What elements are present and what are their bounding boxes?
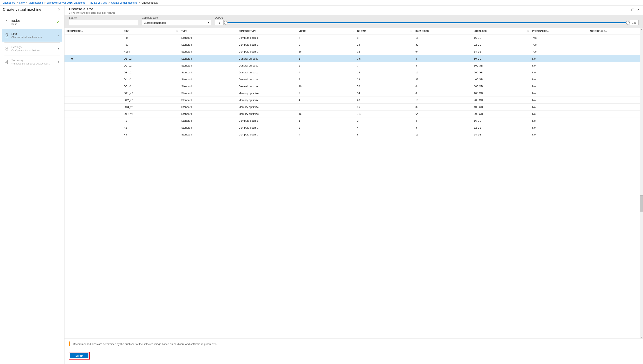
breadcrumb-link[interactable]: Marketplace — [28, 1, 43, 4]
column-header[interactable]: PREMIUM DIS...↑↓ — [530, 28, 588, 34]
breadcrumb-link[interactable]: Dashboard — [2, 1, 16, 4]
column-header[interactable]: RECOMMEND...↑↓ — [64, 28, 122, 34]
info-accent-bar — [69, 342, 70, 346]
table-cell: Yes — [530, 41, 588, 48]
table-cell: F4s — [122, 34, 179, 41]
table-cell: No — [530, 97, 588, 104]
table-row[interactable]: F4StandardCompute optimiz481664 GBNo — [64, 131, 640, 138]
scroll-up-icon[interactable]: ▴ — [641, 28, 642, 30]
table-cell: 800 GB — [472, 110, 530, 118]
table-cell: No — [530, 124, 588, 131]
table-cell: D14_v2 — [122, 110, 179, 118]
table-row[interactable]: D13_v2StandardMemory optimize85632400 GB… — [64, 104, 640, 110]
select-button[interactable]: Select — [70, 353, 88, 358]
slider-handle-max[interactable] — [626, 21, 630, 24]
vcpus-slider[interactable] — [225, 21, 628, 25]
table-cell: 200 GB — [472, 69, 530, 76]
compute-type-value: Current generation — [144, 21, 166, 24]
search-input[interactable] — [69, 20, 138, 25]
table-cell: 28 — [355, 76, 414, 83]
wizard-step-basics[interactable]: 1BasicsDone✓ — [2, 16, 62, 28]
column-header[interactable]: VCPUS↑↓ — [296, 28, 355, 34]
scroll-thumb[interactable] — [640, 195, 643, 212]
wizard-step-settings: 3SettingsConfigure optional features› — [2, 42, 62, 55]
breadcrumb-link[interactable]: New — [19, 1, 24, 4]
table-cell: Compute optimiz — [236, 124, 296, 131]
table-row[interactable]: D12_v2StandardMemory optimize42816200 GB… — [64, 97, 640, 104]
close-icon[interactable]: ✕ — [637, 8, 640, 12]
table-row[interactable]: D2_v2StandardGeneral purpose278100 GBNo — [64, 62, 640, 69]
table-cell: General purpose — [236, 69, 296, 76]
table-cell — [588, 34, 640, 41]
table-row[interactable]: F16sStandardCompute optimiz16326464 GBYe… — [64, 48, 640, 55]
table-cell: Standard — [179, 69, 237, 76]
table-cell: No — [530, 76, 588, 83]
vcpus-min-input[interactable] — [215, 20, 224, 25]
table-cell: 2 — [296, 90, 355, 97]
column-header[interactable]: ADDITIONAL F...↑↓ — [588, 28, 640, 34]
table-cell — [588, 69, 640, 76]
compute-type-select[interactable]: Current generation — [142, 20, 211, 25]
maximize-icon[interactable]: ▢ — [631, 8, 634, 12]
table-row[interactable]: D3_v2StandardGeneral purpose41416200 GBN… — [64, 69, 640, 76]
chevron-right-icon: › — [58, 34, 59, 37]
column-header[interactable]: LOCAL SSD↑↓ — [472, 28, 530, 34]
wizard-step-size[interactable]: 2SizeChoose virtual machine size› — [2, 30, 62, 42]
step-number: 2 — [5, 32, 11, 39]
table-cell — [64, 41, 122, 48]
chevron-right-icon: > — [139, 1, 140, 4]
table-cell — [64, 62, 122, 69]
table-row[interactable]: F8sStandardCompute optimiz8163232 GBYes — [64, 41, 640, 48]
table-cell: 32 — [355, 48, 414, 55]
table-cell: Standard — [179, 124, 237, 131]
table-cell: 32 GB — [472, 124, 530, 131]
step-subtitle: Done — [11, 23, 54, 26]
table-cell: 3.5 — [355, 55, 414, 62]
column-header[interactable]: COMPUTE TYPE↑↓ — [236, 28, 296, 34]
table-cell — [588, 55, 640, 62]
check-icon: ✓ — [56, 20, 59, 24]
step-number: 4 — [5, 58, 11, 65]
sort-icon: ↑↓ — [119, 30, 121, 32]
vcpus-max-input[interactable] — [630, 20, 638, 25]
blade-create-vm: Create virtual machine ✕ 1BasicsDone✓2Si… — [0, 6, 64, 364]
table-row[interactable]: D4_v2StandardGeneral purpose82832400 GBN… — [64, 76, 640, 83]
slider-handle-min[interactable] — [224, 21, 228, 24]
table-cell — [64, 124, 122, 131]
column-header[interactable]: TYPE↑↓ — [179, 28, 237, 34]
table-cell: 50 GB — [472, 55, 530, 62]
breadcrumb: Dashboard>New>Marketplace>Windows Server… — [0, 0, 643, 6]
scroll-down-icon[interactable]: ▾ — [641, 336, 642, 338]
column-header[interactable]: GB RAM↑↓ — [355, 28, 414, 34]
table-row[interactable]: F1StandardCompute optimiz12416 GBNo — [64, 118, 640, 124]
table-cell: 16 GB — [472, 118, 530, 124]
table-row[interactable]: ★D1_v2StandardGeneral purpose13.5450 GBN… — [64, 55, 640, 62]
table-row[interactable]: D11_v2StandardMemory optimize2148100 GBN… — [64, 90, 640, 97]
sort-icon: ↑↓ — [584, 30, 586, 32]
close-icon[interactable]: ✕ — [57, 7, 62, 12]
sort-icon: ↑↓ — [636, 30, 638, 32]
step-title: Basics — [11, 19, 56, 22]
table-cell: Standard — [179, 104, 237, 110]
table-cell — [64, 34, 122, 41]
step-title: Size — [11, 32, 58, 36]
table-cell: 4 — [355, 124, 414, 131]
breadcrumb-link[interactable]: Create virtual machine — [111, 1, 138, 4]
table-row[interactable]: F2StandardCompute optimiz24832 GBNo — [64, 124, 640, 131]
table-row[interactable]: D5_v2StandardGeneral purpose165664800 GB… — [64, 83, 640, 90]
column-header[interactable]: DATA DISKS↑↓ — [414, 28, 472, 34]
column-header[interactable]: SKU↑↓ — [122, 28, 179, 34]
table-cell: D11_v2 — [122, 90, 179, 97]
scrollbar-vertical[interactable]: ▴ ▾ — [640, 28, 643, 338]
table-cell — [588, 90, 640, 97]
table-cell: Standard — [179, 48, 237, 55]
table-cell: General purpose — [236, 55, 296, 62]
table-row[interactable]: F4sStandardCompute optimiz481616 GBYes — [64, 34, 640, 41]
table-cell: 4 — [296, 131, 355, 138]
table-cell: 8 — [296, 104, 355, 110]
breadcrumb-link[interactable]: Windows Server 2016 Datacenter - Pay-as-… — [47, 1, 107, 4]
blade-title: Create virtual machine — [3, 7, 42, 12]
table-row[interactable]: D14_v2StandardMemory optimize1611264800 … — [64, 110, 640, 118]
table-cell — [64, 69, 122, 76]
table-cell: 2 — [296, 62, 355, 69]
